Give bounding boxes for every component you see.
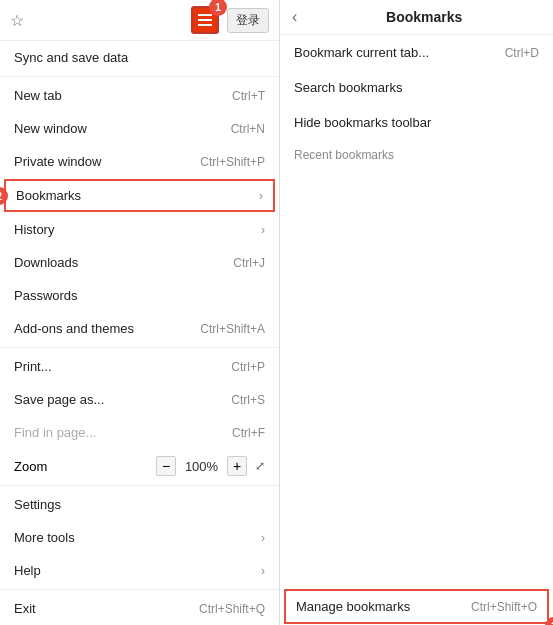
exit-label: Exit — [14, 601, 199, 616]
menu-item-sync[interactable]: Sync and save data — [0, 41, 279, 74]
menu-item-print[interactable]: Print... Ctrl+P — [0, 350, 279, 383]
passwords-label: Passwords — [14, 288, 265, 303]
menu-item-downloads[interactable]: Downloads Ctrl+J — [0, 246, 279, 279]
bk-item-search[interactable]: Search bookmarks — [280, 70, 553, 105]
save-page-label: Save page as... — [14, 392, 231, 407]
bk-item-hide-toolbar[interactable]: Hide bookmarks toolbar — [280, 105, 553, 140]
menu-item-new-window[interactable]: New window Ctrl+N — [0, 112, 279, 145]
menu-item-bookmarks[interactable]: Bookmarks › — [4, 179, 275, 212]
bookmark-current-shortcut: Ctrl+D — [505, 46, 539, 60]
find-shortcut: Ctrl+F — [232, 426, 265, 440]
exit-shortcut: Ctrl+Shift+Q — [199, 602, 265, 616]
header-right: 1 登录 — [191, 6, 269, 34]
menu-item-history[interactable]: History › — [0, 213, 279, 246]
print-shortcut: Ctrl+P — [231, 360, 265, 374]
bookmarks-title: Bookmarks — [307, 9, 541, 25]
zoom-value: 100% — [184, 459, 219, 474]
menu-item-more-tools[interactable]: More tools › — [0, 521, 279, 554]
print-label: Print... — [14, 359, 231, 374]
menu-item-new-tab[interactable]: New tab Ctrl+T — [0, 79, 279, 112]
new-tab-shortcut: Ctrl+T — [232, 89, 265, 103]
new-window-label: New window — [14, 121, 231, 136]
more-tools-chevron-icon: › — [261, 531, 265, 545]
menu-button[interactable]: 1 — [191, 6, 219, 34]
bookmark-current-label: Bookmark current tab... — [294, 45, 429, 60]
find-label: Find in page... — [14, 425, 232, 440]
manage-bookmarks-shortcut: Ctrl+Shift+O — [471, 600, 537, 614]
menu-item-settings[interactable]: Settings — [0, 488, 279, 521]
help-chevron-icon: › — [261, 564, 265, 578]
hide-toolbar-label: Hide bookmarks toolbar — [294, 115, 431, 130]
bookmarks-chevron-icon: › — [259, 189, 263, 203]
bookmarks-wrapper: 2 Bookmarks › — [0, 178, 279, 213]
downloads-label: Downloads — [14, 255, 233, 270]
manage-bookmarks-label: Manage bookmarks — [296, 599, 410, 614]
divider-2 — [0, 347, 279, 348]
more-tools-label: More tools — [14, 530, 255, 545]
new-window-shortcut: Ctrl+N — [231, 122, 265, 136]
menu-item-find[interactable]: Find in page... Ctrl+F — [0, 416, 279, 449]
zoom-expand-icon[interactable]: ⤢ — [255, 459, 265, 473]
addons-label: Add-ons and themes — [14, 321, 200, 336]
new-tab-label: New tab — [14, 88, 232, 103]
menu-panel: ☆ 1 登录 Sync and save data New tab Ctrl+T… — [0, 0, 280, 625]
menu-item-addons[interactable]: Add-ons and themes Ctrl+Shift+A — [0, 312, 279, 345]
zoom-label: Zoom — [14, 459, 148, 474]
hamburger-icon — [198, 14, 212, 26]
history-chevron-icon: › — [261, 223, 265, 237]
bookmarks-panel: ‹ Bookmarks Bookmark current tab... Ctrl… — [280, 0, 553, 625]
private-window-shortcut: Ctrl+Shift+P — [200, 155, 265, 169]
bk-item-manage[interactable]: Manage bookmarks Ctrl+Shift+O — [284, 589, 549, 624]
bookmarks-header: ‹ Bookmarks — [280, 0, 553, 35]
menu-item-save-page[interactable]: Save page as... Ctrl+S — [0, 383, 279, 416]
history-label: History — [14, 222, 255, 237]
badge-1: 1 — [209, 0, 227, 16]
search-bookmarks-label: Search bookmarks — [294, 80, 402, 95]
star-icon: ☆ — [10, 11, 24, 30]
back-icon[interactable]: ‹ — [292, 8, 297, 26]
downloads-shortcut: Ctrl+J — [233, 256, 265, 270]
zoom-minus-button[interactable]: − — [156, 456, 176, 476]
divider-4 — [0, 589, 279, 590]
divider-1 — [0, 76, 279, 77]
recent-bookmarks-label: Recent bookmarks — [280, 140, 553, 166]
menu-item-private-window[interactable]: Private window Ctrl+Shift+P — [0, 145, 279, 178]
divider-3 — [0, 485, 279, 486]
help-label: Help — [14, 563, 255, 578]
save-page-shortcut: Ctrl+S — [231, 393, 265, 407]
addons-shortcut: Ctrl+Shift+A — [200, 322, 265, 336]
zoom-row: Zoom − 100% + ⤢ — [0, 449, 279, 483]
bk-item-current-tab[interactable]: Bookmark current tab... Ctrl+D — [280, 35, 553, 70]
sync-label: Sync and save data — [14, 50, 265, 65]
settings-label: Settings — [14, 497, 265, 512]
bookmarks-label: Bookmarks — [16, 188, 253, 203]
menu-item-exit[interactable]: Exit Ctrl+Shift+Q — [0, 592, 279, 625]
private-window-label: Private window — [14, 154, 200, 169]
menu-header: ☆ 1 登录 — [0, 0, 279, 41]
menu-item-help[interactable]: Help › — [0, 554, 279, 587]
login-button[interactable]: 登录 — [227, 8, 269, 33]
manage-bookmarks-wrapper: Manage bookmarks Ctrl+Shift+O 3 — [280, 588, 553, 625]
zoom-plus-button[interactable]: + — [227, 456, 247, 476]
menu-item-passwords[interactable]: Passwords — [0, 279, 279, 312]
